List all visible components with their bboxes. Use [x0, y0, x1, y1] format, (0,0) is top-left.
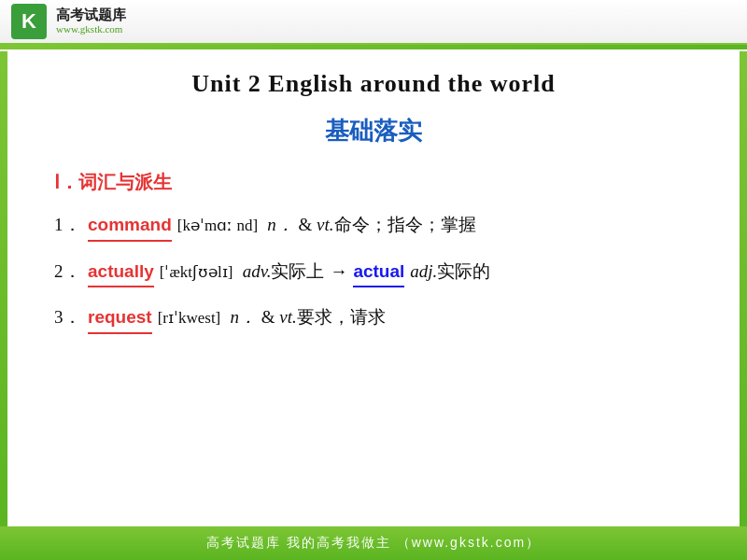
vocab-word-command: command — [88, 212, 172, 242]
arrow-icon: → — [330, 259, 347, 286]
content-wrapper: Unit 2 English around the world 基础落实 Ⅰ．词… — [7, 51, 740, 526]
vocab-word-actual: actual — [353, 259, 404, 288]
vocab-num-3: 3． — [54, 304, 88, 331]
site-name: 高考试题库 — [56, 7, 126, 23]
logo-box: K — [11, 4, 47, 39]
top-stripe — [0, 45, 747, 49]
vocab-phonetic-3: [rɪˈkwest] — [158, 306, 225, 330]
vocab-list: 1． command [kəˈmɑː nd] n． & vt.命令；指令；掌握 … — [54, 212, 693, 334]
section-cn-title: 基础落实 — [54, 115, 693, 147]
vocab-def-3: n． & vt.要求，请求 — [231, 304, 386, 331]
vocab-word-request: request — [88, 304, 152, 334]
vocab-word-actually: actually — [88, 259, 154, 288]
logo-icon: K — [21, 9, 36, 34]
vocab-phonetic-1: [kəˈmɑː nd] — [177, 214, 262, 238]
vocab-item-2: 2． actually [ˈæktʃʊəlɪ] adv.实际上 → actual… — [54, 259, 693, 288]
vocab-item-3: 3． request [rɪˈkwest] n． & vt.要求，请求 — [54, 304, 693, 334]
vocab-def-2b: adj.实际的 — [410, 259, 490, 286]
vocab-item-1: 1． command [kəˈmɑː nd] n． & vt.命令；指令；掌握 — [54, 212, 693, 242]
vocab-num-2: 2． — [54, 259, 88, 286]
unit-title: Unit 2 English around the world — [54, 70, 693, 98]
footer-text: 高考试题库 我的高考我做主 （www.gkstk.com） — [206, 535, 541, 552]
vocab-def-2: adv.实际上 — [243, 259, 325, 286]
vocab-section-header: Ⅰ．词汇与派生 — [54, 170, 693, 195]
header-bar: K 高考试题库 www.gkstk.com — [0, 0, 747, 45]
site-url: www.gkstk.com — [56, 23, 126, 35]
right-stripe — [740, 51, 747, 526]
vocab-num-1: 1． — [54, 212, 88, 239]
vocab-def-1: n． & vt.命令；指令；掌握 — [267, 212, 475, 239]
logo-text-area: 高考试题库 www.gkstk.com — [56, 7, 126, 35]
left-stripe — [0, 51, 7, 526]
vocab-phonetic-2: [ˈæktʃʊəlɪ] — [160, 260, 237, 285]
footer-bar: 高考试题库 我的高考我做主 （www.gkstk.com） — [0, 526, 747, 560]
